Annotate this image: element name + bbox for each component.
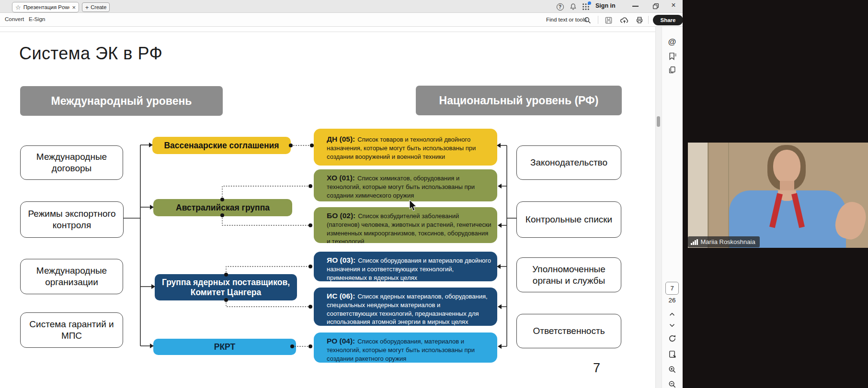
header-international-level: Международный уровень [20,86,223,116]
list-dn-05: ДН (05):Список товаров и технологий двой… [314,129,497,166]
pdf-page: Система ЭК в РФ Международный уровень На… [0,27,655,388]
zoom-in-icon[interactable] [666,364,678,375]
print-icon[interactable] [635,15,644,25]
background-door [688,143,709,248]
title-bar: ☆ Презентация PowerPoi... × + Create ? S… [0,0,683,13]
toolbar-divider [598,16,598,24]
menu-esign[interactable]: E-Sign [29,16,46,22]
list-yao-03: ЯО (03):Список оборудования и материалов… [314,252,497,281]
list-code: БО (02): [327,211,355,220]
regime-australia-group: Австралийская группа [153,199,292,216]
list-code: ЯО (03): [327,256,355,264]
list-ho-01: ХО (01):Список химикатов, оборудования и… [314,169,497,201]
slide-title: Система ЭК в РФ [19,44,162,64]
bookmarks-icon[interactable] [666,50,678,62]
pdf-app-window: ☆ Презентация PowerPoi... × + Create ? S… [0,0,683,388]
share-button[interactable]: Share [653,15,683,25]
tab-close-icon[interactable]: × [72,4,76,11]
list-bo-02: БО (02):Список возбудителей заболеваний … [314,207,497,243]
participant-name-badge: Mariia Roskoshnaia [688,236,760,247]
favorite-star-icon[interactable]: ☆ [15,4,21,11]
previous-page-icon[interactable] [666,309,678,320]
slide-page-number: 7 [593,361,600,376]
list-ro-04: РО (04):Список оборудования, материалов … [314,333,497,363]
list-is-06: ИС (06):Список ядерных материалов, обору… [314,288,497,326]
list-code: РО (04): [327,337,355,345]
create-button-label: Create [91,4,106,10]
list-code: ДН (05): [327,135,355,143]
sign-in-button[interactable]: Sign in [595,2,616,9]
toolbar: Convert E-Sign Find text or tools Share [0,13,683,27]
vertical-scrollbar[interactable] [655,27,662,388]
regime-wassenaar: Вассенаарские соглашения [152,137,291,154]
minimize-window-icon[interactable] [632,6,639,7]
scrollbar-thumb[interactable] [657,116,660,127]
box-international-treaties: Международные договоры [20,145,123,180]
pages-panel-icon[interactable] [666,64,678,76]
box-control-lists: Контрольные списки [516,201,621,238]
document-tab-title: Презентация PowerPoi... [23,4,70,10]
zoom-out-icon[interactable] [666,378,678,388]
help-icon[interactable]: ? [556,2,564,11]
box-guarantees-system: Система гарантий и МПС [20,312,123,348]
current-page-input[interactable]: 7 [665,282,679,295]
video-call-window[interactable]: Mariia Roskoshnaia [688,143,868,248]
screen: ☆ Презентация PowerPoi... × + Create ? S… [0,0,868,388]
audio-signal-icon [691,239,698,245]
box-authorized-bodies: Уполномоченные органы и службы [516,257,621,292]
total-pages-label: 26 [665,297,679,304]
list-code: ИС (06): [327,292,355,300]
participant-face [773,150,800,183]
search-icon[interactable] [582,15,592,25]
regime-mtcr: РКРТ [153,339,296,355]
regime-nsg-zangger: Группа ядерных поставщиков, Комитет Цанг… [155,274,297,300]
header-national-level: Национальный уровень (РФ) [416,86,622,115]
save-icon[interactable] [604,15,613,25]
list-code: ХО (01): [327,174,355,182]
share-button-label: Share [661,17,676,23]
plus-icon: + [85,4,89,11]
close-window-icon[interactable]: × [669,1,678,10]
next-page-icon[interactable] [666,320,678,331]
create-button[interactable]: + Create [82,2,110,12]
toolbar-divider [648,16,649,24]
export-page-icon[interactable] [666,348,678,360]
box-legislation: Законодательство [516,145,621,180]
restore-window-icon[interactable] [651,2,660,11]
apps-grid-icon[interactable] [582,2,590,11]
notifications-bell-icon[interactable] [569,2,577,11]
menu-convert[interactable]: Convert [5,16,24,22]
box-international-organizations: Международные организации [20,259,123,294]
participant-name: Mariia Roskoshnaia [701,238,755,245]
notification-dot [588,1,591,5]
document-tab[interactable]: ☆ Презентация PowerPoi... × [12,2,79,12]
share-cloud-icon[interactable] [619,15,629,25]
rotate-refresh-icon[interactable] [666,333,678,344]
box-export-control-regimes: Режимы экспортного контроля [20,201,124,238]
annotations-icon[interactable]: @ [666,36,678,48]
page-top-edge [0,32,655,32]
box-responsibility: Ответственность [516,314,621,348]
find-text-label[interactable]: Find text or tools [546,17,587,22]
